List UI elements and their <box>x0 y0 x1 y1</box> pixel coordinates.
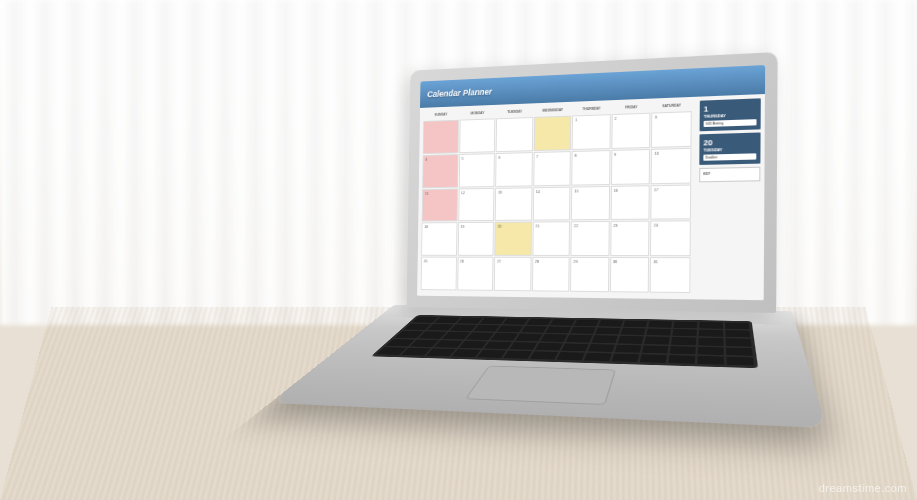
calendar-cell[interactable]: 7 <box>533 151 571 186</box>
calendar-cell[interactable]: 31 <box>650 257 690 293</box>
keyboard-key <box>557 352 585 360</box>
keyboard-key <box>588 344 615 352</box>
keyboard-key <box>477 350 506 358</box>
day-header: SUNDAY <box>423 110 458 119</box>
keyboard-key <box>623 321 648 328</box>
keyboard-key <box>526 319 551 325</box>
keyboard-key <box>515 334 542 341</box>
keyboard-key <box>668 355 695 364</box>
keyboard-key <box>545 327 571 334</box>
calendar-cell[interactable]: 3 <box>651 111 691 148</box>
keyboard-key <box>725 330 750 337</box>
sidebar-date: 1 <box>704 103 757 114</box>
calendar-cell[interactable]: 18 <box>421 223 457 256</box>
key-panel: KEY <box>699 167 760 183</box>
keyboard-key <box>671 337 696 345</box>
calendar-cell[interactable]: 10 <box>651 148 691 184</box>
laptop-trackpad <box>465 366 616 405</box>
sidebar-event-item[interactable]: Deadline <box>703 153 756 160</box>
calendar-cell[interactable]: 30 <box>610 257 650 292</box>
keyboard-key <box>535 342 563 350</box>
calendar-cell[interactable]: 17 <box>651 184 691 220</box>
keyboard-key <box>648 321 672 328</box>
keyboard-key <box>598 320 623 327</box>
keyboard-key <box>561 343 588 351</box>
calendar-cell[interactable] <box>459 118 495 153</box>
keyboard-key <box>480 318 506 324</box>
calendar-cell[interactable]: 13 <box>495 187 532 221</box>
keyboard-key <box>612 353 640 362</box>
calendar-cell[interactable]: 1 <box>572 114 611 150</box>
calendar-cell[interactable] <box>533 116 571 151</box>
calendar-cell[interactable]: 21 <box>532 222 570 256</box>
sidebar-event-panel[interactable]: 20 TUESDAY Deadline <box>699 132 760 164</box>
calendar-app: Calendar Planner SUNDAY MONDAY TUESDAY W… <box>417 65 765 300</box>
keyboard-key <box>670 346 696 354</box>
calendar-cell[interactable]: 19 <box>457 222 494 256</box>
keyboard-key <box>726 357 754 366</box>
keyboard-key <box>644 337 670 345</box>
calendar-cell[interactable]: 9 <box>611 149 651 185</box>
keyboard-key <box>620 328 645 335</box>
keyboard-key <box>497 326 523 333</box>
keyboard-key <box>618 336 644 344</box>
calendar-cell[interactable]: 26 <box>457 257 494 291</box>
calendar-cell[interactable]: 28 <box>532 257 570 292</box>
sidebar-event-item[interactable]: 9:00 Meeting <box>704 119 757 127</box>
calendar-cell[interactable]: 12 <box>458 188 495 222</box>
keyboard-key <box>697 356 724 365</box>
calendar-cell[interactable] <box>423 120 459 154</box>
day-header: THURSDAY <box>572 104 610 113</box>
event-time: 9:00 <box>706 122 712 126</box>
watermark: dreamstime.com <box>819 482 907 494</box>
calendar-cell[interactable]: 8 <box>572 150 611 185</box>
laptop-screen: Calendar Planner SUNDAY MONDAY TUESDAY W… <box>417 65 765 300</box>
calendar-cell[interactable]: 15 <box>571 186 610 221</box>
keyboard-key <box>570 327 596 334</box>
keyboard-key <box>726 347 753 355</box>
keyboard-key <box>584 353 612 362</box>
keyboard-key <box>509 342 537 350</box>
keyboard-key <box>646 329 671 336</box>
calendar-cell[interactable]: 20 <box>494 222 531 256</box>
calendar-cell[interactable]: 25 <box>421 257 457 291</box>
calendar-cell[interactable]: 5 <box>458 153 495 187</box>
calendar-cell[interactable]: 14 <box>533 186 571 221</box>
keyboard-key <box>699 330 724 337</box>
calendar-main: SUNDAY MONDAY TUESDAY WEDNESDAY THURSDAY… <box>417 97 696 300</box>
keyboard-key <box>640 354 667 363</box>
calendar-cell[interactable]: 24 <box>650 221 690 257</box>
keyboard-key <box>615 344 642 352</box>
calendar-cell[interactable]: 6 <box>495 152 532 187</box>
calendar-grid: 1234567891011121314151617181920212223242… <box>421 111 692 293</box>
calendar-cell[interactable]: 2 <box>611 113 651 149</box>
calendar-cell[interactable]: 11 <box>422 188 458 222</box>
photo-scene: Calendar Planner SUNDAY MONDAY TUESDAY W… <box>0 0 917 500</box>
calendar-cell[interactable]: 22 <box>571 221 610 256</box>
keyboard-key <box>698 338 723 346</box>
laptop-keyboard <box>371 315 758 368</box>
keyboard-key <box>466 333 494 340</box>
keyboard-key <box>503 318 529 324</box>
keyboard-key <box>503 350 532 358</box>
keyboard-key <box>521 326 547 333</box>
laptop: Calendar Planner SUNDAY MONDAY TUESDAY W… <box>405 50 810 451</box>
day-header: MONDAY <box>459 109 495 118</box>
keyboard-key <box>595 328 621 335</box>
calendar-cell[interactable]: 29 <box>570 257 609 292</box>
sidebar-day: TUESDAY <box>703 146 756 153</box>
keyboard-key <box>530 351 559 359</box>
keyboard-key <box>550 319 575 326</box>
keyboard-key <box>566 335 593 342</box>
calendar-cell[interactable]: 27 <box>494 257 531 291</box>
sidebar-event-panel[interactable]: 1 THURSDAY 9:00 Meeting <box>700 98 761 131</box>
sidebar-date: 20 <box>703 137 756 148</box>
calendar-cell[interactable]: 23 <box>610 221 650 256</box>
keyboard-key <box>484 341 512 349</box>
calendar-cell[interactable]: 4 <box>422 154 458 188</box>
calendar-cell[interactable] <box>496 117 533 152</box>
calendar-cell[interactable]: 16 <box>611 185 651 220</box>
day-header: TUESDAY <box>496 107 533 116</box>
event-label: Deadline <box>705 155 717 159</box>
keyboard-key <box>725 322 749 329</box>
